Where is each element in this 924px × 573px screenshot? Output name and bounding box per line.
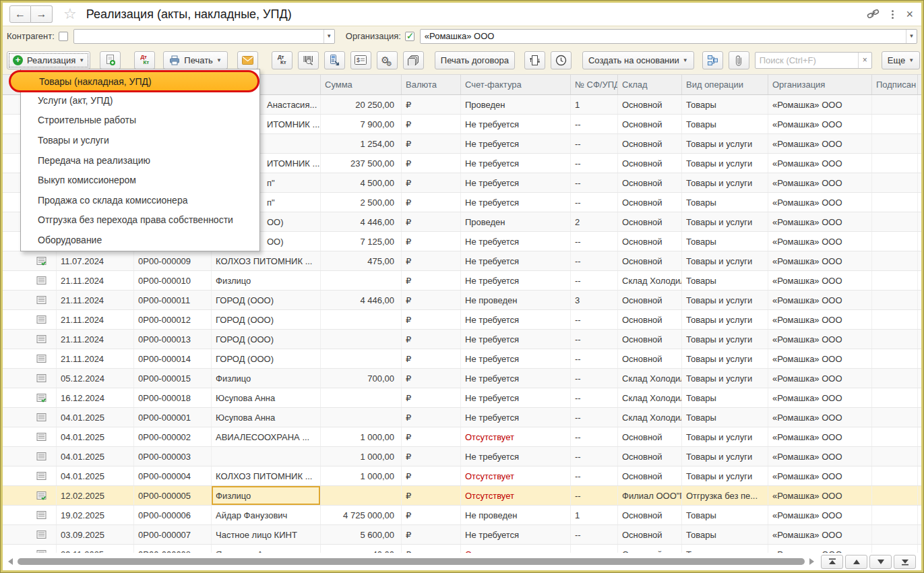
cell-signed[interactable] bbox=[872, 369, 918, 388]
cell-organization[interactable]: «Ромашка» ООО bbox=[768, 447, 872, 466]
cell-warehouse[interactable]: Основной bbox=[618, 134, 682, 153]
set-interval-button[interactable] bbox=[524, 51, 545, 69]
related-documents-button[interactable] bbox=[702, 51, 723, 69]
cell-invoice-number[interactable]: -- bbox=[571, 115, 618, 133]
cell-number[interactable]: 0Р00-000014 bbox=[134, 349, 212, 368]
cell-currency[interactable]: ₽ bbox=[402, 349, 461, 368]
cell-organization[interactable]: «Ромашка» ООО bbox=[768, 271, 872, 290]
cell-operation[interactable]: Товары и услуги bbox=[682, 447, 768, 466]
cell-invoice-number[interactable]: -- bbox=[571, 173, 618, 192]
scroll-right-icon[interactable] bbox=[809, 558, 814, 565]
cell-icon[interactable] bbox=[3, 349, 57, 368]
cell-organization[interactable]: «Ромашка» ООО bbox=[768, 251, 872, 270]
cell-cut[interactable]: А bbox=[918, 232, 921, 251]
cell-cut[interactable]: А bbox=[918, 447, 921, 466]
print-contract-button[interactable]: Печать договора bbox=[435, 51, 515, 69]
cell-invoice[interactable]: Проведен bbox=[461, 95, 571, 114]
cell-sum[interactable]: 700,00 bbox=[321, 369, 402, 388]
cell-invoice-number[interactable]: -- bbox=[571, 134, 618, 153]
cell-number[interactable]: 0Р00-000005 bbox=[134, 486, 212, 505]
cell-signed[interactable] bbox=[872, 486, 918, 505]
column-header-invoice[interactable]: Счет-фактура bbox=[461, 75, 571, 94]
cell-organization[interactable]: «Ромашка» ООО bbox=[768, 232, 872, 251]
cell-organization[interactable]: «Ромашка» ООО bbox=[768, 310, 872, 329]
cell-warehouse[interactable]: Основной bbox=[618, 154, 682, 173]
go-down-button[interactable] bbox=[869, 555, 892, 569]
cell-currency[interactable]: ₽ bbox=[402, 115, 461, 133]
cell-counterparty[interactable]: ГОРОД (ООО) bbox=[212, 291, 321, 309]
cell-sum[interactable]: 20 250,00 bbox=[321, 95, 402, 114]
cell-cut[interactable]: А bbox=[918, 525, 921, 544]
cell-organization[interactable]: «Ромашка» ООО bbox=[768, 95, 872, 114]
cell-counterparty[interactable]: Физлицо bbox=[212, 271, 321, 290]
column-header-cut[interactable]: С bbox=[918, 75, 921, 94]
cell-cut[interactable]: А bbox=[918, 154, 921, 173]
cell-currency[interactable]: ₽ bbox=[402, 369, 461, 388]
cell-invoice-number[interactable]: -- bbox=[571, 388, 618, 407]
cell-cut[interactable]: А bbox=[918, 349, 921, 368]
cell-signed[interactable] bbox=[872, 232, 918, 251]
cell-currency[interactable]: ₽ bbox=[402, 486, 461, 505]
cell-sum[interactable]: 4 446,00 bbox=[321, 291, 402, 309]
cell-invoice-number[interactable]: -- bbox=[571, 408, 618, 427]
cell-signed[interactable] bbox=[872, 271, 918, 290]
cell-currency[interactable]: ₽ bbox=[402, 291, 461, 309]
cell-counterparty[interactable]: Юсупова Анна bbox=[212, 408, 321, 427]
cell-date[interactable]: 21.11.2024 bbox=[57, 291, 134, 309]
realization-create-button[interactable]: + Реализация ▼ bbox=[7, 51, 90, 69]
table-row[interactable]: 04.01.20250Р00-000002АВИАЛЕСООХРАНА ...1… bbox=[3, 427, 921, 447]
cell-warehouse[interactable]: Основной bbox=[618, 466, 682, 485]
cell-invoice-number[interactable]: -- bbox=[571, 310, 618, 329]
cell-invoice-number[interactable]: 1 bbox=[571, 95, 618, 114]
column-header-signed[interactable]: Подписан bbox=[872, 75, 918, 94]
cell-warehouse[interactable]: Основной bbox=[618, 193, 682, 212]
cell-signed[interactable] bbox=[872, 427, 918, 446]
cell-warehouse[interactable]: Основной bbox=[618, 310, 682, 329]
cell-operation[interactable]: Товары и услуги bbox=[682, 173, 768, 192]
cell-number[interactable]: 0Р00-000002 bbox=[134, 427, 212, 446]
menu-item-tovary-nakladnaya-upd[interactable]: Товары (накладная, УПД) bbox=[9, 70, 259, 92]
table-row[interactable]: 21.11.20240Р00-000012ГОРОД (ООО)₽Не треб… bbox=[3, 310, 921, 330]
cell-date[interactable]: 21.11.2024 bbox=[57, 271, 134, 290]
more-menu-icon[interactable] bbox=[892, 10, 894, 19]
cell-invoice-number[interactable]: -- bbox=[571, 154, 618, 173]
more-button[interactable]: Еще ▼ bbox=[882, 51, 920, 69]
cell-date[interactable]: 03.09.2025 bbox=[57, 525, 134, 544]
cell-date[interactable]: 04.01.2025 bbox=[57, 408, 134, 427]
cell-invoice[interactable]: Не требуется bbox=[461, 173, 571, 192]
menu-item-oborudovanie[interactable]: Оборудование bbox=[21, 230, 259, 250]
cell-date[interactable]: 21.11.2024 bbox=[57, 310, 134, 329]
cell-organization[interactable]: «Ромашка» ООО bbox=[768, 193, 872, 212]
cell-date[interactable]: 21.11.2024 bbox=[57, 349, 134, 368]
cell-sum[interactable]: 4 500,00 bbox=[321, 173, 402, 192]
cell-operation[interactable]: Товары bbox=[682, 506, 768, 524]
cell-signed[interactable] bbox=[872, 525, 918, 544]
cell-organization[interactable]: «Ромашка» ООО bbox=[768, 134, 872, 153]
invoice-button[interactable]: $ bbox=[350, 51, 371, 69]
cell-sum[interactable] bbox=[321, 330, 402, 349]
table-row[interactable]: 16.12.20240Р00-000018Юсупова Анна₽Не тре… bbox=[3, 388, 921, 408]
cell-signed[interactable] bbox=[872, 349, 918, 368]
cell-warehouse[interactable]: Основной bbox=[618, 115, 682, 133]
cell-signed[interactable] bbox=[872, 134, 918, 153]
cell-date[interactable]: 16.12.2024 bbox=[57, 388, 134, 407]
cell-number[interactable]: 0Р00-000006 bbox=[134, 506, 212, 524]
settings-gears-button[interactable]: ⚙ ⚙ bbox=[377, 51, 398, 69]
go-last-button[interactable] bbox=[894, 555, 916, 569]
cell-number[interactable]: 0Р00-000001 bbox=[134, 408, 212, 427]
cell-signed[interactable] bbox=[872, 310, 918, 329]
cell-currency[interactable]: ₽ bbox=[402, 310, 461, 329]
cell-signed[interactable] bbox=[872, 291, 918, 309]
cell-sum[interactable] bbox=[321, 388, 402, 407]
cell-invoice-number[interactable]: -- bbox=[571, 251, 618, 270]
cell-counterparty[interactable]: Айдар Фанузович bbox=[212, 506, 321, 524]
cell-warehouse[interactable]: Основной bbox=[618, 427, 682, 446]
menu-item-peredacha-na-realizaciyu[interactable]: Передача на реализацию bbox=[21, 150, 259, 171]
cell-currency[interactable]: ₽ bbox=[402, 388, 461, 407]
cell-warehouse[interactable]: Склад Холодил... bbox=[618, 388, 682, 407]
cell-warehouse[interactable]: Основной bbox=[618, 251, 682, 270]
attachments-button[interactable] bbox=[729, 51, 749, 69]
cell-sum[interactable]: 475,00 bbox=[321, 251, 402, 270]
cell-cut[interactable]: А bbox=[918, 408, 921, 427]
cell-operation[interactable]: Товары и услуги bbox=[682, 291, 768, 309]
